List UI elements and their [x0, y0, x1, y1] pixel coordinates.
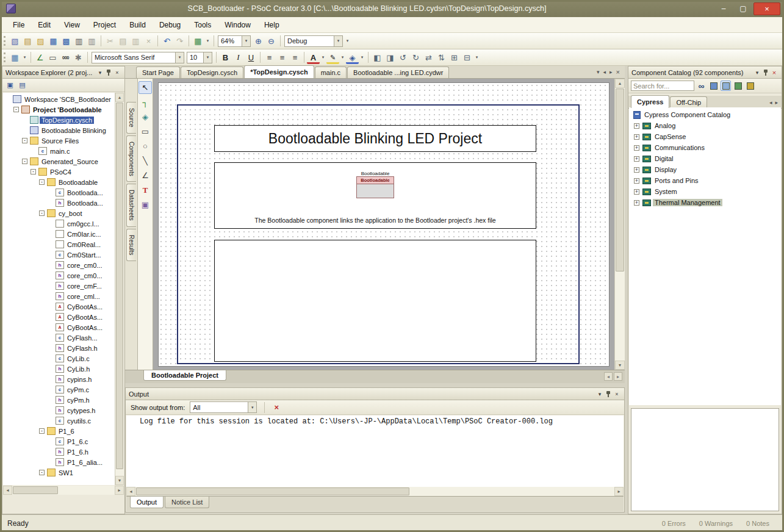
empty-box-shape[interactable]	[214, 240, 536, 362]
scroll-right-icon[interactable]: ▸	[115, 486, 124, 495]
doc-tab[interactable]: *TopDesign.cysch	[244, 65, 314, 78]
menu-project[interactable]: Project	[87, 18, 123, 32]
toolbar2-overflow-icon[interactable]: ▾	[473, 51, 480, 64]
shape-mode-icon[interactable]: ▭	[46, 51, 59, 64]
font-color-dropdown-icon[interactable]: ▾	[320, 51, 326, 64]
tree-item[interactable]: Workspace 'SCB_Bootloader	[3, 94, 115, 104]
wire-tool-icon[interactable]: ┐	[138, 96, 152, 109]
junction-tool-icon[interactable]: ◈	[138, 110, 152, 123]
font-color-icon[interactable]: A	[307, 51, 320, 64]
catalog-item[interactable]: +Ports and Pins	[629, 175, 781, 186]
scroll-thumb[interactable]	[13, 486, 58, 494]
snap-pin-icon[interactable]: ⊟	[461, 51, 473, 64]
fill-dropdown-icon[interactable]: ▾	[359, 51, 365, 64]
tab-scroll-left-icon[interactable]: ◂	[603, 69, 606, 75]
catalog-item[interactable]: +Thermal Management	[629, 197, 781, 208]
tree-item[interactable]: cm0gcc.l...	[3, 218, 115, 229]
menu-view[interactable]: View	[57, 18, 87, 32]
sheet-tab[interactable]: Bootloadable Project	[143, 370, 226, 381]
tab-scroll-right-icon[interactable]: ▸	[775, 99, 778, 106]
doc-view-icon[interactable]	[721, 81, 731, 91]
schematic-page[interactable]: Bootloadable Blinking LED Project Bootlo…	[158, 82, 610, 367]
side-tab-datasheets[interactable]: Datasheets	[126, 184, 136, 227]
menu-debug[interactable]: Debug	[153, 18, 187, 32]
expander-icon[interactable]: -	[39, 470, 45, 475]
output-tab-notice-list[interactable]: Notice List	[165, 497, 209, 508]
menu-file[interactable]: File	[6, 18, 31, 32]
catalog-item[interactable]: +CapSense	[629, 131, 781, 142]
catalog-item[interactable]: +System	[629, 186, 781, 197]
polyline-tool-icon[interactable]: ∠	[138, 169, 152, 182]
rotate-left-icon[interactable]: ↺	[397, 51, 409, 64]
align-center-icon[interactable]: ≡	[276, 51, 289, 64]
tree-item[interactable]: -Source Files	[3, 135, 115, 146]
doc-tab[interactable]: Start Page	[136, 66, 180, 78]
workspace-vscrollbar[interactable]: ▴ ▾	[115, 93, 124, 485]
catalog-item[interactable]: +Display	[629, 164, 781, 175]
generate-dropdown-icon[interactable]: ▾	[204, 35, 211, 48]
tab-scroll-right-icon[interactable]: ▸	[610, 69, 613, 75]
tree-item[interactable]: cCyFlash...	[3, 332, 115, 343]
select-tool-icon[interactable]: ↖	[138, 81, 152, 94]
font-size-combo[interactable]: 10▾	[187, 52, 212, 63]
scroll-down-icon[interactable]: ▾	[615, 361, 625, 370]
italic-icon[interactable]: I	[232, 51, 245, 64]
tree-item[interactable]: -SW1	[3, 467, 115, 478]
close-icon[interactable]: ×	[613, 390, 621, 398]
cut-icon[interactable]: ✂	[104, 35, 117, 48]
find-icon[interactable]: ∞	[696, 81, 707, 91]
image-tool-icon[interactable]: ▣	[138, 198, 152, 211]
flip-vertical-icon[interactable]: ⇅	[435, 51, 448, 64]
scroll-down-icon[interactable]: ▾	[115, 476, 124, 485]
rotate-right-icon[interactable]: ↻	[409, 51, 422, 64]
toolbar-grip[interactable]	[4, 52, 5, 62]
zoom-combo[interactable]: 64%▾	[218, 35, 251, 47]
expander-icon[interactable]: +	[634, 189, 639, 195]
close-button[interactable]: ×	[753, 2, 780, 15]
combo-arrow-icon[interactable]: ▾	[203, 52, 212, 63]
zoom-tool-dropdown-icon[interactable]: ▾	[21, 51, 28, 64]
tree-item[interactable]: hcypins.h	[3, 374, 115, 384]
expander-icon[interactable]: -	[39, 179, 45, 185]
export-component-icon[interactable]	[745, 81, 755, 91]
tree-item[interactable]: cBootloada...	[3, 187, 115, 198]
tree-item[interactable]: -Project 'Bootloadable	[3, 104, 115, 115]
expander-icon[interactable]: +	[634, 200, 639, 206]
open-icon[interactable]: ▨	[34, 35, 47, 48]
tree-item[interactable]: hcore_cmF...	[3, 281, 115, 291]
menu-build[interactable]: Build	[123, 18, 153, 32]
import-component-icon[interactable]	[733, 81, 743, 91]
component-box-shape[interactable]: Bootloadable Bootloadable The Bootloadab…	[214, 162, 536, 229]
sheet-next-icon[interactable]: ▸	[614, 372, 622, 381]
workspace-hscrollbar[interactable]: ◂ ▸	[3, 486, 124, 495]
canvas-vscrollbar[interactable]: ▴ ▾	[614, 79, 625, 370]
expander-icon[interactable]: -	[13, 107, 19, 112]
maximize-button[interactable]: ▢	[734, 2, 752, 15]
tree-item[interactable]: hcore_cm0...	[3, 260, 115, 270]
catalog-item[interactable]: +Communications	[629, 142, 781, 153]
line-tool-icon[interactable]: ╲	[138, 154, 152, 167]
catalog-tab-cypress[interactable]: Cypress	[631, 95, 669, 108]
tree-item[interactable]: -Bootloadable	[3, 177, 115, 187]
combo-arrow-icon[interactable]: ▾	[248, 402, 256, 412]
ellipse-tool-icon[interactable]: ○	[138, 140, 152, 153]
schematic-canvas[interactable]: Bootloadable Blinking LED Project Bootlo…	[153, 79, 614, 370]
highlight-color-icon[interactable]: ✎	[326, 51, 339, 64]
tree-item[interactable]: ccyutils.c	[3, 415, 115, 426]
tree-item[interactable]: cmain.c	[3, 146, 115, 156]
tree-item[interactable]: -PSoC4	[3, 167, 115, 177]
catalog-item[interactable]: +Digital	[629, 153, 781, 164]
catalog-tab-off-chip[interactable]: Off-Chip	[670, 96, 707, 108]
scroll-right-icon[interactable]: ▸	[614, 487, 624, 496]
tab-scroll-left-icon[interactable]: ◂	[769, 99, 772, 106]
status-warnings[interactable]: 0 Warnings	[699, 520, 733, 527]
tree-item[interactable]: -P1_6	[3, 426, 115, 436]
expander-icon[interactable]: -	[31, 169, 36, 174]
expander-icon[interactable]: +	[634, 167, 639, 173]
text-tool-icon[interactable]: T	[138, 184, 152, 196]
save-all-icon[interactable]: ▩	[60, 35, 73, 48]
print-preview-icon[interactable]: ▥	[85, 35, 98, 48]
pin-icon[interactable]	[104, 68, 113, 77]
fill-color-icon[interactable]: ◈	[346, 51, 359, 64]
expander-icon[interactable]: +	[634, 178, 639, 184]
